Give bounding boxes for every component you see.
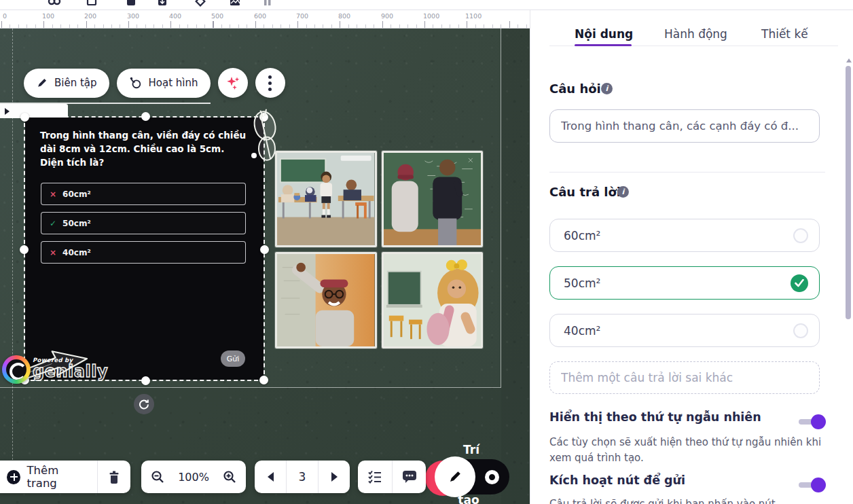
add-answer-input[interactable]	[549, 361, 820, 394]
quiz-option-label: 40cm²	[62, 248, 91, 257]
genially-branding: Powered by genially	[2, 355, 108, 384]
ai-sparkles-button[interactable]	[218, 68, 248, 98]
horizontal-ruler: 0 100 200 300 400 500 600 700 800 900 10…	[0, 10, 530, 29]
resize-handle-s[interactable]	[141, 376, 150, 385]
quiz-option-label: 50cm²	[62, 219, 91, 228]
info-icon[interactable]: i	[617, 186, 629, 198]
resize-handle-nw[interactable]	[20, 113, 29, 122]
zoom-out-icon	[151, 470, 165, 484]
correct-icon: ✓	[50, 219, 56, 228]
settings-panel: Nội dung Hành động Thiết kế Câu hỏi i Câ…	[530, 10, 853, 504]
edit-button[interactable]: Biên tập	[24, 69, 109, 98]
download-icon[interactable]	[156, 0, 169, 8]
checklist-icon	[367, 470, 382, 484]
zoom-in-icon	[223, 470, 237, 484]
diamond-icon[interactable]	[194, 0, 207, 8]
submit-button-toggle[interactable]	[799, 478, 826, 492]
info-icon[interactable]: i	[601, 83, 613, 94]
canvas-outside-area	[501, 29, 530, 504]
ai-label-bottom: tạo	[448, 493, 489, 504]
ai-edit-button[interactable]	[435, 456, 475, 497]
vertical-guide-line	[12, 29, 13, 473]
tab-hanh-dong[interactable]: Hành động	[664, 27, 727, 41]
rotate-icon	[139, 399, 149, 410]
ruler-label: 400	[169, 12, 181, 20]
resize-handle-e[interactable]	[260, 245, 269, 254]
ruler-label: 1100	[465, 12, 482, 20]
animation-button-label: Hoạt hình	[149, 77, 198, 89]
comments-button[interactable]	[393, 461, 426, 493]
panel-scrollbar[interactable]	[846, 66, 851, 319]
trash-icon	[107, 470, 121, 484]
ruler-label: 900	[381, 12, 393, 20]
ruler-label: 100	[42, 12, 54, 20]
more-options-button[interactable]	[255, 68, 285, 98]
ruler-label: 600	[254, 12, 266, 20]
link-icon[interactable]	[48, 0, 61, 8]
top-toolbar	[0, 0, 853, 10]
active-tab-underline	[575, 44, 632, 46]
correct-check-icon[interactable]	[791, 274, 808, 292]
resize-handle-n[interactable]	[141, 112, 150, 121]
delete-page-button[interactable]	[98, 461, 130, 493]
ai-eye-icon[interactable]	[485, 470, 499, 484]
random-order-description: Các tùy chọn sẽ xuất hiện theo thứ tự ng…	[549, 435, 829, 466]
submit-button-description: Câu trả lời sẽ được gửi khi bạn nhấn vào…	[549, 497, 829, 504]
zoom-level[interactable]: 100%	[174, 461, 213, 493]
rotate-handle[interactable]	[134, 394, 154, 414]
shape-icon[interactable]	[124, 0, 138, 8]
tab-thiet-ke[interactable]: Thiết kế	[761, 27, 808, 41]
add-page-label: Thêm trang	[27, 464, 88, 490]
radio-unchecked-icon[interactable]	[793, 228, 808, 243]
expand-right-icon	[5, 108, 10, 115]
sticker-handle[interactable]	[251, 153, 257, 158]
radio-unchecked-icon[interactable]	[793, 323, 808, 338]
ruler-label: 1000	[423, 12, 439, 20]
photo-boy-writing	[275, 252, 377, 348]
ruler-label: 700	[296, 12, 308, 20]
quiz-option-3[interactable]: × 40cm²	[41, 241, 246, 264]
answer-label: 50cm²	[564, 276, 791, 290]
sparkles-icon	[225, 75, 241, 91]
page-nav-pill: 3	[255, 461, 350, 493]
random-order-toggle[interactable]	[799, 414, 826, 429]
tools-pill	[358, 461, 426, 493]
previous-icon	[268, 472, 274, 482]
frame-icon[interactable]	[85, 0, 98, 8]
zoom-out-button[interactable]	[141, 461, 174, 493]
quiz-option-2[interactable]: ✓ 50cm²	[41, 212, 246, 234]
tab-noi-dung[interactable]: Nội dung	[575, 27, 633, 41]
quiz-option-1[interactable]: × 60cm²	[41, 183, 246, 205]
next-icon	[331, 472, 338, 482]
answer-row-2[interactable]: 50cm²	[549, 266, 820, 300]
next-page-button[interactable]	[319, 461, 350, 493]
columns-icon[interactable]	[261, 0, 274, 8]
answer-row-3[interactable]: 40cm²	[549, 314, 820, 347]
answer-row-1[interactable]: 60cm²	[549, 219, 820, 252]
checklist-button[interactable]	[358, 461, 392, 493]
pencil-icon	[447, 469, 463, 485]
animation-icon	[129, 76, 143, 90]
image-icon[interactable]	[228, 0, 242, 8]
question-input[interactable]	[549, 109, 820, 143]
random-order-label: Hiển thị theo thứ tự ngẫu nhiên	[549, 410, 761, 424]
zoom-in-button[interactable]	[213, 461, 246, 493]
previous-page-button[interactable]	[255, 461, 286, 493]
submit-button[interactable]: Gửi	[221, 350, 245, 367]
ai-label-top: Trí	[451, 443, 492, 456]
page-actions-pill: Thêm trang	[0, 461, 130, 493]
add-page-button[interactable]: Thêm trang	[0, 461, 97, 493]
slide-right-edge	[501, 29, 501, 387]
classroom-photo-grid[interactable]	[275, 151, 483, 348]
resize-handle-se[interactable]	[259, 376, 268, 384]
comment-icon	[402, 470, 417, 484]
answer-label: 60cm²	[564, 229, 793, 242]
ruler-label: 300	[127, 12, 139, 20]
scroll-up-arrow[interactable]	[846, 58, 852, 62]
editor-canvas[interactable]: Biên tập Hoạt hình	[0, 29, 530, 504]
resize-handle-w[interactable]	[20, 245, 29, 254]
element-toolbar: Biên tập Hoạt hình	[24, 68, 285, 98]
photo-classroom-wide	[275, 151, 377, 247]
animation-button[interactable]: Hoạt hình	[117, 69, 211, 98]
ruler-label: 500	[211, 12, 223, 20]
